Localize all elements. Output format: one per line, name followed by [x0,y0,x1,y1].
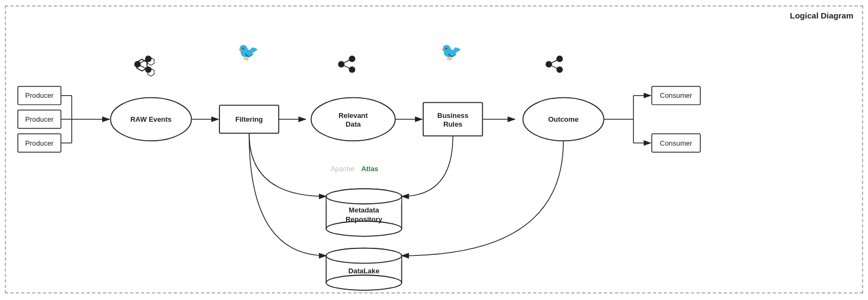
consumer-2-label: Consumer [660,139,693,147]
metadata-label2: Repository [345,215,382,223]
svg-point-46 [326,275,402,290]
svg-point-41 [326,221,402,236]
datalake-label: DataLake [348,267,379,275]
filtering-label: Filtering [235,115,263,123]
producer-1-label: Producer [25,91,54,99]
atlas-label: Atlas [361,165,379,173]
metadata-label: Metadata [349,206,380,214]
raw-events-label: RAW Events [130,115,172,123]
relevant-data-label2: Data [345,120,361,128]
relevant-data-label: Relevant [338,111,368,120]
consumer-1-label: Consumer [660,91,693,99]
diagram-container: Logical Diagram Producer Producer Produc… [5,5,863,293]
apache-label: Apache [330,165,354,173]
svg-point-43 [326,189,402,204]
business-rules-label: Business [437,111,468,120]
outcome-label: Outcome [548,115,578,123]
business-rules-label2: Rules [443,120,462,128]
producer-2-label: Producer [25,115,54,123]
flink-icon-1: 🐦 [237,41,259,62]
producer-3-label: Producer [25,139,54,147]
flink-icon-2: 🐦 [441,41,462,62]
svg-point-48 [326,248,402,264]
